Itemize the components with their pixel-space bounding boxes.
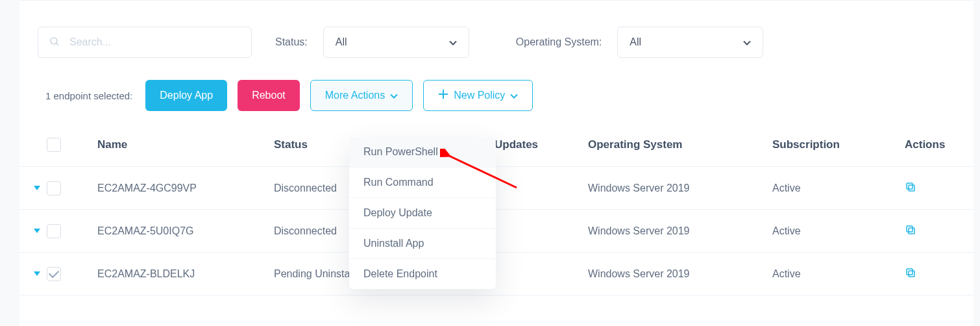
row-checkbox[interactable] <box>47 267 61 281</box>
expand-row-icon[interactable] <box>32 184 42 193</box>
svg-rect-9 <box>907 269 913 275</box>
svg-line-1 <box>56 43 58 45</box>
chevron-down-icon <box>449 36 457 48</box>
search-input-wrap[interactable] <box>38 27 252 58</box>
col-header-actions: Actions <box>905 138 974 151</box>
more-actions-label: More Actions <box>325 90 385 101</box>
filters-bar: Status: All Operating System: All <box>19 1 974 58</box>
svg-rect-5 <box>907 183 913 189</box>
chevron-down-icon <box>743 36 751 48</box>
svg-rect-4 <box>909 185 914 191</box>
menu-uninstall-app[interactable]: Uninstall App <box>349 229 496 259</box>
search-icon <box>49 36 60 49</box>
chevron-down-icon <box>510 90 518 101</box>
selection-count-text: 1 endpoint selected: <box>45 90 132 101</box>
col-header-updates[interactable]: Updates <box>495 138 588 151</box>
table-row: EC2AMAZ-5U0IQ7GDisconnectedWindows Serve… <box>19 210 974 253</box>
status-filter-select[interactable]: All <box>323 27 469 58</box>
menu-deploy-update[interactable]: Deploy Update <box>349 198 496 229</box>
select-all-checkbox[interactable] <box>47 138 61 152</box>
copy-icon[interactable] <box>905 181 916 193</box>
menu-run-command[interactable]: Run Command <box>349 168 496 198</box>
svg-rect-8 <box>909 271 914 277</box>
table-row: EC2AMAZ-4GC99VPDisconnectedWindows Serve… <box>19 167 974 210</box>
svg-rect-6 <box>909 228 914 234</box>
new-policy-button[interactable]: New Policy <box>423 80 533 111</box>
cell-name: EC2AMAZ-4GC99VP <box>97 182 274 194</box>
deploy-app-button[interactable]: Deploy App <box>145 80 227 111</box>
cell-name: EC2AMAZ-BLDELKJ <box>97 268 274 280</box>
row-checkbox[interactable] <box>47 224 61 238</box>
expand-row-icon[interactable] <box>32 270 42 279</box>
status-filter-label: Status: <box>275 36 308 48</box>
copy-icon[interactable] <box>905 267 916 279</box>
reboot-button[interactable]: Reboot <box>238 80 300 111</box>
menu-delete-endpoint[interactable]: Delete Endpoint <box>349 259 496 289</box>
menu-run-powershell[interactable]: Run PowerShell <box>349 137 496 168</box>
chevron-down-icon <box>390 90 398 101</box>
cell-name: EC2AMAZ-5U0IQ7G <box>97 225 274 237</box>
plus-icon <box>438 89 448 102</box>
status-filter-value: All <box>336 36 347 48</box>
table-row: EC2AMAZ-BLDELKJPending UninstallWindows … <box>19 253 974 295</box>
more-actions-button[interactable]: More Actions <box>310 80 413 111</box>
col-header-os[interactable]: Operating System <box>588 138 772 151</box>
reboot-label: Reboot <box>252 90 286 101</box>
svg-rect-7 <box>907 226 913 232</box>
endpoints-table: Name Status Updates Operating System Sub… <box>19 123 974 295</box>
os-filter-value: All <box>630 36 641 48</box>
col-header-name[interactable]: Name <box>97 138 274 151</box>
toolbar: 1 endpoint selected: Deploy App Reboot M… <box>19 58 974 111</box>
col-header-subscription[interactable]: Subscription <box>772 138 905 151</box>
more-actions-menu: Run PowerShell Run Command Deploy Update… <box>349 137 496 289</box>
cell-subscription: Active <box>772 225 905 237</box>
cell-subscription: Active <box>772 182 905 194</box>
cell-os: Windows Server 2019 <box>588 225 772 237</box>
cell-os: Windows Server 2019 <box>588 182 772 194</box>
cell-subscription: Active <box>772 268 905 280</box>
os-filter-select[interactable]: All <box>617 27 763 58</box>
deploy-app-label: Deploy App <box>160 90 213 101</box>
new-policy-label: New Policy <box>454 90 505 101</box>
svg-point-0 <box>51 38 57 44</box>
os-filter-label: Operating System: <box>516 36 602 48</box>
table-header: Name Status Updates Operating System Sub… <box>19 123 974 167</box>
cell-os: Windows Server 2019 <box>588 268 772 280</box>
expand-row-icon[interactable] <box>32 227 42 236</box>
copy-icon[interactable] <box>905 224 916 236</box>
row-checkbox[interactable] <box>47 181 61 195</box>
search-input[interactable] <box>68 36 241 49</box>
